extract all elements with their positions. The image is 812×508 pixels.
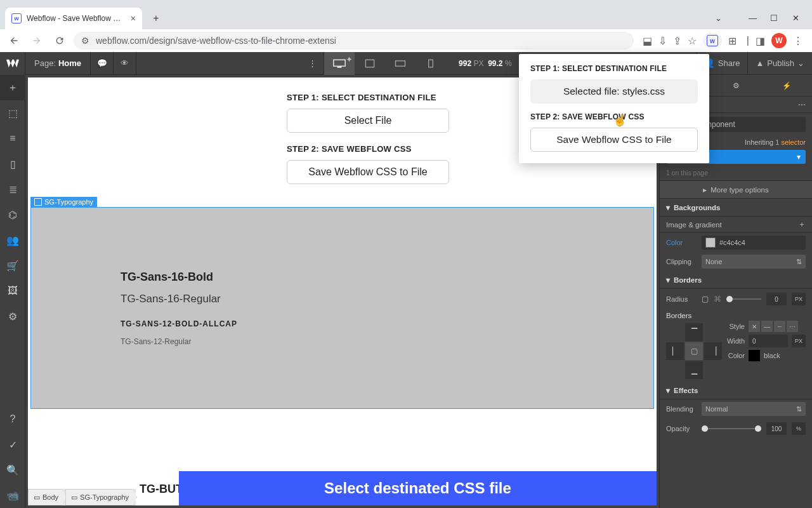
- popup-save-button[interactable]: Save Webflow CSS to File: [530, 128, 698, 152]
- toolbar-menu-icon[interactable]: ⋮: [301, 52, 324, 75]
- cms-icon[interactable]: ≣: [0, 177, 25, 202]
- svg-rect-2: [365, 60, 374, 67]
- add-icon[interactable]: ＋: [798, 220, 806, 229]
- desktop-breakpoint[interactable]: ✦: [324, 52, 355, 75]
- extension-popup: STEP 1: SELECT DESTINATION FILE Selected…: [519, 54, 709, 163]
- search-icon[interactable]: 🔍: [0, 457, 25, 483]
- svg-rect-1: [337, 67, 342, 68]
- border-color-swatch[interactable]: [749, 350, 760, 361]
- layers-icon[interactable]: ≡: [0, 126, 25, 151]
- tablet-breakpoint[interactable]: [355, 52, 385, 75]
- preview-icon[interactable]: 👁: [114, 52, 136, 75]
- comments-icon[interactable]: 💬: [91, 52, 114, 75]
- backgrounds-section[interactable]: ▾Backgrounds: [660, 199, 812, 217]
- border-right[interactable]: ▕: [704, 342, 722, 360]
- border-top[interactable]: ▔: [685, 323, 703, 341]
- new-tab-button[interactable]: +: [147, 10, 165, 27]
- tab-title: Webflow - Save Webflow CSS t…: [27, 14, 126, 23]
- radius-value[interactable]: 0: [766, 293, 787, 305]
- active-tab[interactable]: w Webflow - Save Webflow CSS t… ×: [5, 8, 142, 29]
- more-icon[interactable]: ⋯: [798, 100, 806, 109]
- crumb-selection[interactable]: ▭ SG-Typography: [65, 489, 137, 505]
- tree-icon[interactable]: ⌬: [0, 202, 25, 227]
- border-style-buttons[interactable]: ✕―╌⋯: [749, 321, 798, 332]
- address-bar[interactable]: ⚙ webflow.com/design/save-webflow-css-to…: [74, 32, 634, 50]
- video-icon[interactable]: 📹: [0, 483, 25, 508]
- chrome-menu-icon[interactable]: ⋮: [793, 35, 803, 47]
- settings-icon[interactable]: ⚙: [0, 304, 25, 329]
- maximize-icon[interactable]: ☐: [770, 13, 778, 23]
- settings-tab-icon[interactable]: ⚙: [710, 75, 761, 96]
- save-css-button[interactable]: Save Webflow CSS to File: [287, 160, 449, 184]
- webflow-extension-button[interactable]: w: [703, 33, 722, 48]
- crumb-body[interactable]: ▭ Body: [28, 489, 67, 505]
- opacity-slider[interactable]: [702, 428, 761, 429]
- sidepanel-icon[interactable]: ◨: [756, 35, 765, 47]
- reload-button[interactable]: [51, 32, 69, 50]
- site-settings-icon[interactable]: ⚙: [81, 36, 89, 46]
- caret-icon: ▾: [666, 386, 670, 395]
- border-all[interactable]: ▢: [685, 342, 703, 360]
- effects-section[interactable]: ▾Effects: [660, 382, 812, 399]
- border-bottom[interactable]: ▁: [685, 361, 703, 379]
- page-selector[interactable]: Page:Home: [25, 52, 91, 75]
- radius-corners-icon[interactable]: ⌘: [714, 295, 721, 304]
- help-icon[interactable]: ?: [0, 406, 25, 432]
- blending-select[interactable]: Normal⇅: [702, 402, 806, 416]
- radius-unit[interactable]: PX: [792, 293, 806, 305]
- breadcrumb: ▭ Body ▭ SG-Typography: [28, 489, 136, 505]
- forward-button[interactable]: [28, 32, 46, 50]
- chevron-down-icon[interactable]: ▾: [797, 152, 801, 161]
- caret-icon: ▾: [666, 203, 670, 212]
- selection-tag[interactable]: SG-Typography: [30, 197, 97, 207]
- bg-color-input[interactable]: #c4c4c4: [702, 236, 806, 250]
- selected-file-button[interactable]: Selected file: styles.css: [530, 79, 698, 104]
- border-width-input[interactable]: 0: [749, 335, 788, 347]
- download-icon[interactable]: ⇩: [658, 35, 667, 47]
- mobile-landscape-breakpoint[interactable]: [385, 52, 416, 75]
- more-type-options[interactable]: ▸More type options: [660, 181, 812, 199]
- minimize-icon[interactable]: ―: [749, 13, 756, 23]
- tabs-dropdown-icon[interactable]: ⌄: [714, 13, 722, 23]
- publish-button[interactable]: ▲Publish⌄: [747, 52, 812, 75]
- select-file-button[interactable]: Select File: [287, 109, 449, 133]
- back-button[interactable]: [5, 32, 23, 50]
- svg-rect-4: [429, 60, 433, 67]
- typo-sample: TG-Sans-16-Regular: [121, 293, 237, 305]
- opacity-unit[interactable]: %: [792, 422, 806, 435]
- mobile-breakpoint[interactable]: [416, 52, 446, 75]
- border-side-selector[interactable]: ▔ ▏▢▕ ▁: [666, 323, 722, 379]
- users-icon[interactable]: 👥: [0, 227, 25, 253]
- color-swatch[interactable]: [705, 237, 716, 248]
- left-rail: ＋ ⬚ ≡ ▯ ≣ ⌬ 👥 🛒 🖼 ⚙ ? ✓ 🔍 📹: [0, 75, 25, 508]
- border-left[interactable]: ▏: [666, 342, 684, 360]
- extensions-icon[interactable]: ⊞: [728, 35, 737, 47]
- webflow-logo-icon[interactable]: [0, 52, 25, 75]
- close-window-icon[interactable]: ✕: [792, 13, 799, 23]
- add-element-icon[interactable]: ＋: [0, 75, 25, 100]
- opacity-label: Opacity: [666, 425, 697, 432]
- radius-slider[interactable]: [726, 298, 761, 300]
- share-page-icon[interactable]: ⇪: [673, 35, 681, 47]
- popup-step1-label: STEP 1: SELECT DESTINATION FILE: [530, 64, 698, 73]
- ecommerce-icon[interactable]: 🛒: [0, 253, 25, 278]
- clipping-select[interactable]: None⇅: [702, 255, 806, 269]
- bookmark-icon[interactable]: ☆: [688, 35, 697, 47]
- image-gradient-row: Image & gradient＋: [660, 217, 812, 233]
- opacity-value[interactable]: 100: [766, 422, 787, 435]
- radius-mode-icon[interactable]: ▢: [702, 295, 709, 304]
- assets-icon[interactable]: 🖼: [0, 278, 25, 304]
- install-icon[interactable]: ⬓: [643, 35, 652, 47]
- radius-label: Radius: [666, 295, 697, 303]
- close-tab-icon[interactable]: ×: [131, 13, 136, 23]
- chevron-right-icon: ▸: [703, 185, 707, 194]
- cursor-icon: ☝️: [613, 113, 627, 127]
- select-arrows-icon: ⇅: [796, 258, 802, 266]
- interactions-tab-icon[interactable]: ⚡: [761, 75, 812, 96]
- box-icon[interactable]: ⬚: [0, 100, 25, 126]
- chevron-down-icon: ⌄: [797, 58, 804, 68]
- pages-icon[interactable]: ▯: [0, 151, 25, 177]
- audit-icon[interactable]: ✓: [0, 432, 25, 457]
- profile-avatar[interactable]: W: [771, 33, 787, 48]
- borders-section[interactable]: ▾Borders: [660, 271, 812, 289]
